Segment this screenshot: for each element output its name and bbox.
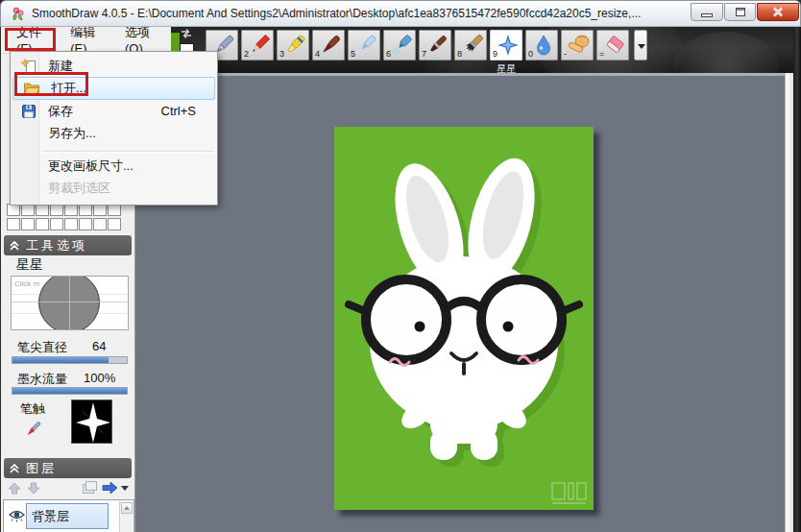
- triangle-up-icon: [124, 506, 130, 510]
- collapse-chevron-icon: [9, 240, 20, 252]
- menu-separator: [42, 151, 213, 152]
- palette-swatch[interactable]: [7, 218, 20, 230]
- tool-button-airbrush[interactable]: 5: [348, 30, 380, 60]
- ink-flow-label: 墨水流量: [17, 371, 67, 388]
- tool-options-header-label: 工具选项: [26, 237, 87, 254]
- layer-row[interactable]: 背景层: [4, 500, 134, 532]
- menu-item-save[interactable]: 保存 Ctrl+S: [11, 100, 217, 122]
- bristle-brush-icon: [460, 33, 485, 58]
- palette-swatch[interactable]: [50, 218, 63, 230]
- palette-swatch[interactable]: [36, 218, 49, 230]
- layer-move-caret-icon[interactable]: [121, 486, 129, 491]
- water-drop-icon: [531, 33, 556, 58]
- palette-swatch[interactable]: [21, 218, 35, 230]
- menu-item-label: 另存为...: [48, 125, 96, 142]
- maximize-icon: [736, 8, 745, 16]
- menu-shortcut: Ctrl+S: [161, 104, 196, 118]
- close-button[interactable]: [757, 3, 799, 21]
- nib-diameter-label: 笔尖直径: [17, 339, 67, 356]
- ink-flow-slider[interactable]: [12, 387, 128, 395]
- layer-properties-icon[interactable]: [82, 480, 98, 496]
- current-tool-name: 星星: [16, 256, 43, 274]
- tool-button-spray[interactable]: 6: [383, 30, 416, 60]
- tool-button-smudge-finger[interactable]: -: [561, 30, 594, 60]
- collapse-chevron-icon: [9, 463, 20, 474]
- layer-name: 背景层: [32, 508, 69, 525]
- menu-item-save-as[interactable]: 另存为...: [11, 122, 217, 144]
- tool-button-ink-pen[interactable]: 4: [312, 30, 345, 60]
- selected-tool-label: 星星: [490, 62, 522, 73]
- toolbar: 1 2 3 4 5: [135, 27, 793, 73]
- layers-header[interactable]: 图层: [4, 458, 132, 478]
- menu-item-label: 更改画板尺寸...: [48, 157, 134, 175]
- tool-button-paint-brush[interactable]: 7: [419, 30, 451, 60]
- marker-icon: [282, 33, 307, 58]
- ink-pen-icon: [318, 33, 343, 58]
- layer-name-field[interactable]: 背景层: [26, 503, 109, 529]
- smudge-finger-icon: [567, 33, 592, 58]
- preview-crosshair: [69, 277, 70, 329]
- save-floppy-icon: [17, 103, 40, 120]
- nib-diameter-slider[interactable]: [12, 356, 128, 364]
- menu-item-label: 保存: [48, 103, 73, 120]
- pencil-icon: [247, 33, 272, 58]
- watermark: [552, 483, 586, 504]
- layers-header-label: 图层: [26, 460, 57, 477]
- star-tip-icon: [72, 400, 113, 445]
- scroll-up-button[interactable]: [121, 502, 133, 514]
- layer-list: 背景层: [3, 499, 134, 532]
- close-icon: [772, 7, 784, 17]
- preview-hint-text: Click m: [14, 279, 39, 288]
- brush-tip-preview[interactable]: [71, 399, 112, 444]
- layer-visibility-eye-icon[interactable]: [9, 509, 25, 523]
- nib-diameter-fill: [12, 357, 109, 363]
- star-tool-icon: [496, 33, 521, 58]
- menu-item-crop-to-selection: 剪裁到选区: [11, 177, 217, 199]
- tool-button-bristle-brush[interactable]: 8: [454, 30, 487, 60]
- brush-preview-box[interactable]: Click m: [11, 276, 129, 330]
- maximize-button[interactable]: [724, 3, 756, 21]
- palette-swatch[interactable]: [79, 218, 92, 230]
- window-title: SmoothDraw 4.0.5 - E:\Document And Setti…: [32, 7, 641, 20]
- eraser-icon: [602, 33, 627, 58]
- annotation-box-file-menu: [5, 28, 56, 51]
- app-window: 1 2 3 4 5: [0, 0, 801, 532]
- annotation-box-open-item: [14, 72, 88, 96]
- tool-dropdown-button[interactable]: [634, 30, 647, 60]
- chevron-down-icon: [638, 44, 645, 49]
- layer-up-icon[interactable]: [8, 482, 21, 495]
- palette-swatch[interactable]: [93, 218, 107, 230]
- canvas-workspace: [135, 73, 785, 532]
- tool-button-water-drop[interactable]: 0: [525, 30, 558, 60]
- layer-down-icon[interactable]: [27, 482, 40, 495]
- smoothdraw-app-icon: [10, 6, 26, 22]
- palette-swatch[interactable]: [108, 218, 121, 230]
- layer-move-icon[interactable]: [101, 480, 118, 496]
- nib-diameter-value: 64: [92, 339, 106, 353]
- toolbar-decor: [673, 32, 779, 73]
- tool-button-marker[interactable]: 3: [277, 30, 309, 60]
- window-border: [793, 27, 801, 532]
- spray-icon: [389, 33, 414, 58]
- palette-swatch[interactable]: [64, 218, 78, 230]
- menu-item-resize-canvas[interactable]: 更改画板尺寸...: [11, 155, 217, 177]
- ink-flow-value: 100%: [84, 371, 115, 385]
- tool-button-star[interactable]: 9: [490, 30, 522, 60]
- tool-button-eraser[interactable]: =: [596, 30, 629, 60]
- rabbit-artwork: [334, 127, 594, 510]
- layer-list-scrollbar[interactable]: [119, 501, 133, 532]
- tool-button-pencil[interactable]: 2: [241, 30, 274, 60]
- stroke-brush-icon: [22, 419, 43, 440]
- palette-row: [7, 218, 122, 230]
- menu-item-label: 剪裁到选区: [48, 180, 110, 197]
- minimize-button[interactable]: [691, 3, 723, 21]
- minimize-icon: [701, 13, 713, 17]
- drawing-canvas[interactable]: [334, 127, 594, 510]
- ink-flow-fill: [12, 388, 127, 394]
- stroke-label: 笔触: [20, 400, 45, 418]
- tool-options-header[interactable]: 工具选项: [4, 235, 132, 255]
- airbrush-icon: [353, 33, 378, 58]
- swap-colors-icon[interactable]: [180, 28, 193, 39]
- vertical-scrollbar[interactable]: [785, 73, 793, 532]
- titlebar: SmoothDraw 4.0.5 - E:\Document And Setti…: [0, 0, 801, 27]
